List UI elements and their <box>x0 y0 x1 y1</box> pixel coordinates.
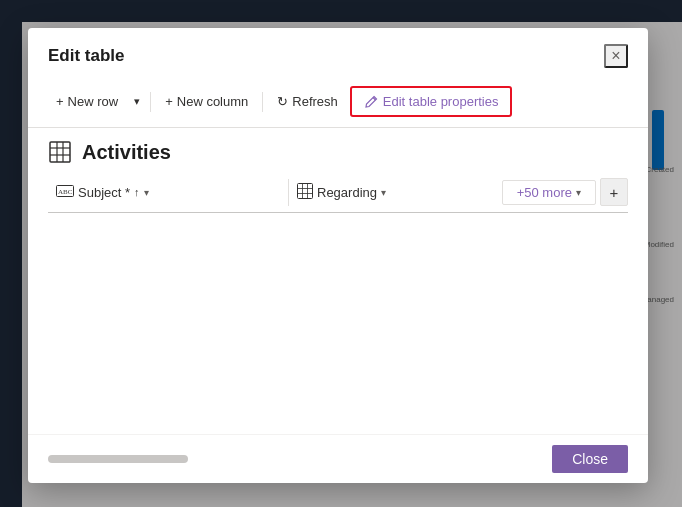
close-icon: × <box>611 47 620 65</box>
more-columns-label: +50 more <box>517 185 572 200</box>
regarding-col-label: Regarding <box>317 185 377 200</box>
close-footer-button[interactable]: Close <box>552 445 628 473</box>
toolbar-separator-1 <box>150 92 151 112</box>
edit-table-properties-label: Edit table properties <box>383 94 499 109</box>
table-title-row: Activities <box>48 140 628 164</box>
column-headers: ABC Subject * ↑ ▾ Reg <box>48 178 628 213</box>
modal-toolbar: + New row ▾ + New column ↻ Refresh Edit … <box>28 80 648 127</box>
subject-col-icon: ABC <box>56 185 74 200</box>
chevron-down-icon: ▾ <box>134 95 140 108</box>
svg-rect-0 <box>50 142 70 162</box>
refresh-icon: ↻ <box>277 94 288 109</box>
add-column-button[interactable]: + <box>600 178 628 206</box>
refresh-label: Refresh <box>292 94 338 109</box>
svg-text:ABC: ABC <box>58 188 73 196</box>
refresh-button[interactable]: ↻ Refresh <box>269 90 346 113</box>
regarding-col-icon <box>297 183 313 202</box>
subject-chevron-icon: ▾ <box>144 187 149 198</box>
table-icon <box>48 140 72 164</box>
more-columns-button[interactable]: +50 more ▾ <box>502 180 596 205</box>
toolbar-separator-2 <box>262 92 263 112</box>
table-area: Activities ABC Subject * ↑ ▾ <box>28 127 648 434</box>
close-button[interactable]: × <box>604 44 628 68</box>
modal-title: Edit table <box>48 46 125 66</box>
more-chevron-icon: ▾ <box>576 187 581 198</box>
modal-header: Edit table × <box>28 28 648 80</box>
column-header-regarding[interactable]: Regarding ▾ <box>288 179 468 206</box>
new-row-label: New row <box>68 94 119 109</box>
plus-icon-2: + <box>165 94 173 109</box>
new-row-button[interactable]: + New row <box>48 90 126 113</box>
new-row-dropdown-button[interactable]: ▾ <box>130 91 144 112</box>
regarding-chevron-icon: ▾ <box>381 187 386 198</box>
table-name: Activities <box>82 141 171 164</box>
plus-icon: + <box>56 94 64 109</box>
horizontal-scrollbar[interactable] <box>48 455 188 463</box>
table-body <box>48 213 628 422</box>
add-column-icon: + <box>610 184 619 201</box>
column-header-subject[interactable]: ABC Subject * ↑ ▾ <box>48 181 288 204</box>
edit-table-modal: Edit table × + New row ▾ + New column ↻ … <box>28 28 648 483</box>
edit-table-properties-button[interactable]: Edit table properties <box>354 90 509 113</box>
svg-rect-7 <box>298 183 313 198</box>
sort-asc-icon: ↑ <box>134 186 140 198</box>
edit-table-properties-highlight: Edit table properties <box>350 86 513 117</box>
subject-col-label: Subject * <box>78 185 130 200</box>
pencil-icon <box>364 95 378 109</box>
new-column-label: New column <box>177 94 249 109</box>
new-column-button[interactable]: + New column <box>157 90 256 113</box>
modal-footer: Close <box>28 434 648 483</box>
